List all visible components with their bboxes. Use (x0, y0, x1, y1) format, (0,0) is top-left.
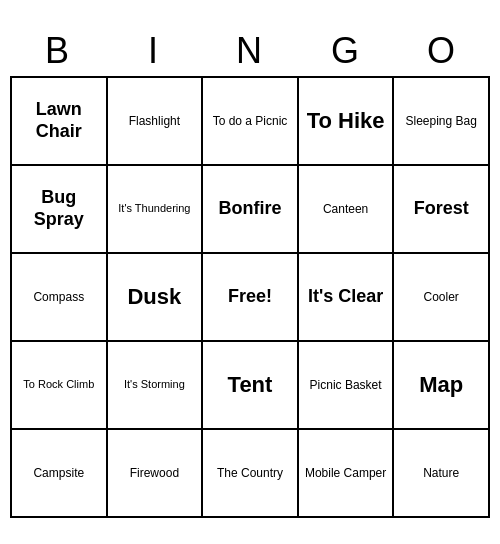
bingo-cell-text: To Hike (307, 108, 385, 134)
bingo-letter: G (298, 26, 394, 76)
bingo-letter: I (106, 26, 202, 76)
bingo-grid: Lawn ChairFlashlightTo do a PicnicTo Hik… (10, 76, 490, 518)
bingo-cell-text: It's Clear (308, 286, 383, 308)
bingo-cell-text: Forest (414, 198, 469, 220)
bingo-cell-text: To Rock Climb (23, 378, 94, 391)
bingo-cell: To Hike (299, 78, 395, 166)
bingo-cell-text: Mobile Camper (305, 466, 386, 480)
bingo-cell: Mobile Camper (299, 430, 395, 518)
bingo-letter: N (202, 26, 298, 76)
bingo-cell: To do a Picnic (203, 78, 299, 166)
bingo-cell: It's Storming (108, 342, 204, 430)
bingo-cell-text: Compass (33, 290, 84, 304)
bingo-cell-text: Bug Spray (16, 187, 102, 230)
bingo-cell: Bonfire (203, 166, 299, 254)
bingo-card: BINGO Lawn ChairFlashlightTo do a Picnic… (10, 26, 490, 518)
bingo-cell: Bug Spray (12, 166, 108, 254)
bingo-cell: It's Thundering (108, 166, 204, 254)
bingo-cell: Lawn Chair (12, 78, 108, 166)
bingo-cell-text: Free! (228, 286, 272, 308)
bingo-cell: Free! (203, 254, 299, 342)
bingo-header: BINGO (10, 26, 490, 76)
bingo-cell: Tent (203, 342, 299, 430)
bingo-cell: Dusk (108, 254, 204, 342)
bingo-cell-text: Canteen (323, 202, 368, 216)
bingo-cell-text: Dusk (127, 284, 181, 310)
bingo-cell: Sleeping Bag (394, 78, 490, 166)
bingo-cell: Map (394, 342, 490, 430)
bingo-cell: Picnic Basket (299, 342, 395, 430)
bingo-cell-text: Sleeping Bag (405, 114, 476, 128)
bingo-cell: To Rock Climb (12, 342, 108, 430)
bingo-cell-text: Firewood (130, 466, 179, 480)
bingo-cell-text: To do a Picnic (213, 114, 288, 128)
bingo-cell: Forest (394, 166, 490, 254)
bingo-cell-text: It's Thundering (118, 202, 190, 215)
bingo-cell: It's Clear (299, 254, 395, 342)
bingo-cell: The Country (203, 430, 299, 518)
bingo-cell: Nature (394, 430, 490, 518)
bingo-cell-text: Lawn Chair (16, 99, 102, 142)
bingo-cell-text: Cooler (424, 290, 459, 304)
bingo-cell: Cooler (394, 254, 490, 342)
bingo-cell: Campsite (12, 430, 108, 518)
bingo-cell-text: Bonfire (218, 198, 281, 220)
bingo-cell: Flashlight (108, 78, 204, 166)
bingo-cell-text: Picnic Basket (310, 378, 382, 392)
bingo-cell-text: Nature (423, 466, 459, 480)
bingo-cell-text: Flashlight (129, 114, 180, 128)
bingo-cell-text: Map (419, 372, 463, 398)
bingo-letter: B (10, 26, 106, 76)
bingo-cell: Canteen (299, 166, 395, 254)
bingo-cell-text: Campsite (33, 466, 84, 480)
bingo-cell-text: It's Storming (124, 378, 185, 391)
bingo-cell: Compass (12, 254, 108, 342)
bingo-cell-text: Tent (228, 372, 273, 398)
bingo-cell-text: The Country (217, 466, 283, 480)
bingo-letter: O (394, 26, 490, 76)
bingo-cell: Firewood (108, 430, 204, 518)
